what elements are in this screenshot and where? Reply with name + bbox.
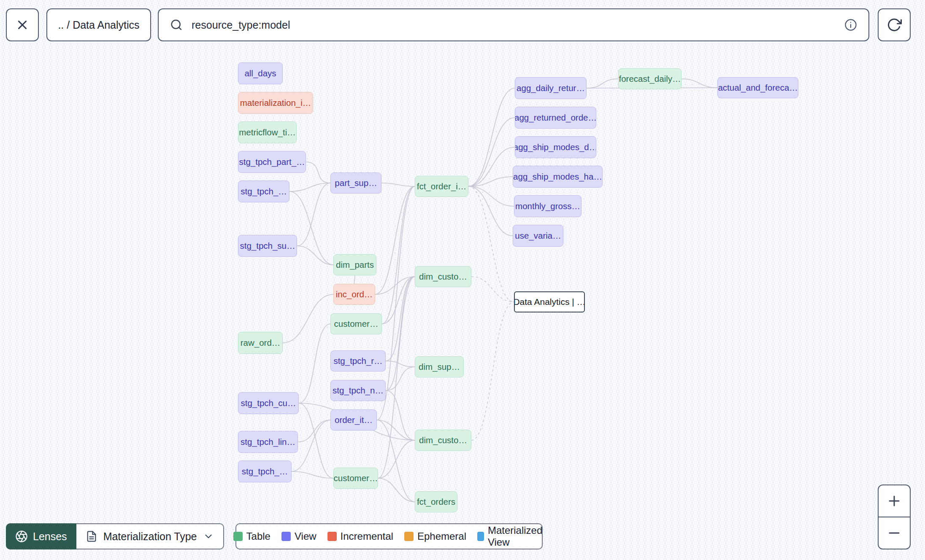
graph-node-stg_tpch_cu[interactable]: stg_tpch_cu… xyxy=(238,392,299,414)
zoom-in-button[interactable] xyxy=(879,485,910,517)
graph-node-stg_tpch_b[interactable]: stg_tpch_… xyxy=(238,460,292,482)
graph-node-stg_tpch_n[interactable]: stg_tpch_n… xyxy=(330,380,386,401)
graph-node-stg_tpch_part[interactable]: stg_tpch_part_… xyxy=(238,151,306,173)
legend-label: Table xyxy=(246,530,270,542)
lens-selector-dropdown[interactable]: Materialization Type xyxy=(76,523,224,549)
graph-node-customer_a[interactable]: customer… xyxy=(330,313,382,334)
lineage-canvas[interactable]: all_daysmaterialization_i…metricflow_ti…… xyxy=(0,0,925,560)
nodes-layer: all_daysmaterialization_i…metricflow_ti…… xyxy=(0,0,925,560)
graph-node-fct_order_i[interactable]: fct_order_i… xyxy=(415,176,468,197)
legend-item-materialized-view: Materialized View xyxy=(477,525,545,548)
lenses-button-label: Lenses xyxy=(33,530,67,543)
graph-node-order_it[interactable]: order_it… xyxy=(330,409,377,431)
graph-node-dim_custo_b[interactable]: dim_custo… xyxy=(415,430,471,451)
minus-icon xyxy=(886,525,902,541)
legend-label: View xyxy=(295,530,316,542)
graph-node-inc_ord[interactable]: inc_ord… xyxy=(333,284,375,305)
graph-node-actual_and_foreca[interactable]: actual_and_foreca… xyxy=(717,77,798,98)
graph-node-monthly_gross[interactable]: monthly_gross… xyxy=(514,195,582,217)
info-icon[interactable] xyxy=(844,18,857,32)
legend-item-incremental: Incremental xyxy=(327,530,393,542)
legend-item-ephemeral: Ephemeral xyxy=(404,530,466,542)
aperture-icon xyxy=(15,530,28,543)
graph-node-agg_daily[interactable]: agg_daily_retur… xyxy=(515,77,587,99)
close-button[interactable] xyxy=(6,8,39,41)
graph-node-dim_custo_a[interactable]: dim_custo… xyxy=(415,266,471,287)
legend-label: Materialized View xyxy=(488,525,545,548)
search-bar xyxy=(158,8,869,41)
materialization-legend: TableViewIncrementalEphemeralMaterialize… xyxy=(235,523,543,549)
graph-node-materialization_i[interactable]: materialization_i… xyxy=(238,92,313,114)
chevron-down-icon xyxy=(203,531,214,542)
refresh-icon xyxy=(887,17,902,32)
legend-swatch-icon xyxy=(327,532,337,541)
lenses-bar: Lenses Materialization Type xyxy=(6,523,224,549)
legend-label: Incremental xyxy=(341,530,393,542)
legend-swatch-icon xyxy=(233,532,243,541)
graph-node-agg_ship_d[interactable]: agg_ship_modes_d… xyxy=(515,136,596,158)
breadcrumb-button[interactable]: .. / Data Analytics xyxy=(46,8,151,41)
breadcrumb-label: .. / Data Analytics xyxy=(58,19,139,31)
zoom-out-button[interactable] xyxy=(879,517,910,549)
search-icon xyxy=(170,18,183,32)
graph-node-stg_tpch_r[interactable]: stg_tpch_r… xyxy=(330,350,386,372)
graph-node-agg_ship_ha[interactable]: agg_ship_modes_ha… xyxy=(513,166,603,188)
document-icon xyxy=(86,530,97,542)
zoom-controls xyxy=(878,485,911,549)
graph-node-dim_parts[interactable]: dim_parts xyxy=(333,254,376,275)
legend-items: TableViewIncrementalEphemeralMaterialize… xyxy=(233,525,545,548)
plus-icon xyxy=(886,493,902,509)
graph-node-fct_orders[interactable]: fct_orders xyxy=(415,491,457,512)
graph-node-data_analytics[interactable]: Data Analytics | … xyxy=(514,291,585,312)
graph-node-use_varia[interactable]: use_varia… xyxy=(513,225,563,247)
search-input[interactable] xyxy=(191,19,836,32)
graph-node-stg_tpch_lin[interactable]: stg_tpch_lin… xyxy=(238,431,298,453)
graph-node-dim_sup[interactable]: dim_sup… xyxy=(415,356,464,377)
lenses-button[interactable]: Lenses xyxy=(6,523,76,549)
graph-node-customer_b[interactable]: customer… xyxy=(333,468,378,489)
legend-swatch-icon xyxy=(477,532,484,541)
graph-node-stg_tpch_a[interactable]: stg_tpch_… xyxy=(238,180,289,202)
legend-label: Ephemeral xyxy=(417,530,466,542)
legend-item-table: Table xyxy=(233,530,270,542)
graph-node-forecast_daily[interactable]: forecast_daily… xyxy=(618,68,682,89)
legend-item-view: View xyxy=(281,530,316,542)
refresh-button[interactable] xyxy=(878,8,911,41)
legend-swatch-icon xyxy=(404,532,414,541)
close-icon xyxy=(15,18,30,32)
graph-node-stg_tpch_su[interactable]: stg_tpch_su… xyxy=(238,235,297,257)
graph-node-agg_returned[interactable]: agg_returned_orde… xyxy=(515,107,596,129)
graph-node-all_days[interactable]: all_days xyxy=(238,62,283,84)
selected-lens-label: Materialization Type xyxy=(103,530,197,543)
graph-node-metricflow_ti[interactable]: metricflow_ti… xyxy=(238,121,297,143)
legend-swatch-icon xyxy=(281,532,291,541)
graph-node-part_sup[interactable]: part_sup… xyxy=(330,172,381,194)
graph-node-raw_ord[interactable]: raw_ord… xyxy=(238,332,283,354)
